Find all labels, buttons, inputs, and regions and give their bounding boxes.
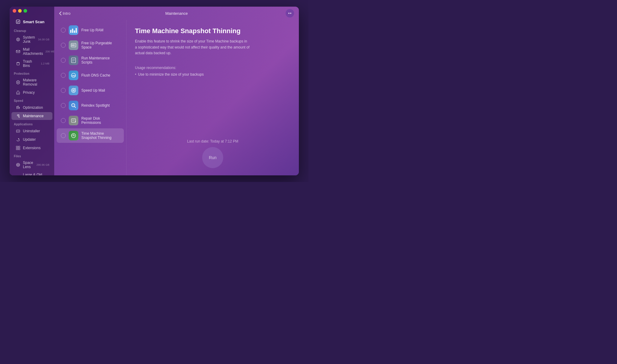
- repair-svg: [70, 118, 77, 124]
- section-label-protection: Protection: [10, 70, 54, 76]
- detail-footer: Last run date: Today at 7:12 PM Run: [135, 139, 290, 168]
- malware-removal-label: Malware Removal: [23, 78, 49, 86]
- header-title: Maintenance: [165, 11, 188, 16]
- sidebar-item-space-lens[interactable]: Space Lens 290.96 GB: [11, 159, 52, 171]
- extensions-label: Extensions: [23, 146, 41, 150]
- task-label-free-up-purgeable: Free Up Purgeable Space: [81, 41, 120, 49]
- ram-bar-1: [70, 30, 71, 33]
- svg-rect-14: [18, 146, 20, 148]
- task-list: Free Up RAM Free Up Purgeable Space: [54, 20, 127, 175]
- section-label-cleanup: Cleanup: [10, 27, 54, 33]
- task-radio-flush-dns-cache[interactable]: [61, 73, 66, 78]
- optimization-icon: [16, 105, 20, 110]
- task-radio-free-up-purgeable[interactable]: [61, 43, 66, 48]
- smart-scan-label: Smart Scan: [23, 20, 45, 24]
- svg-rect-13: [16, 146, 18, 148]
- content-area: Free Up RAM Free Up Purgeable Space: [54, 20, 299, 175]
- task-radio-reindex-spotlight[interactable]: [61, 103, 66, 108]
- large-old-files-icon: [16, 174, 20, 175]
- svg-rect-25: [74, 44, 75, 46]
- detail-description: Enable this feature to shrink the size o…: [135, 39, 249, 56]
- task-label-speed-up-mail: Speed Up Mail: [81, 88, 105, 93]
- svg-line-37: [75, 107, 76, 108]
- sidebar-item-extensions[interactable]: Extensions: [11, 144, 52, 152]
- mail-svg: [70, 87, 77, 93]
- spotlight-svg: [70, 102, 77, 108]
- task-item-repair-disk-permissions[interactable]: Repair Disk Permissions: [57, 113, 124, 128]
- uninstaller-label: Uninstaller: [23, 129, 40, 133]
- main-content: Intro Maintenance: [54, 7, 299, 175]
- sidebar-item-updater[interactable]: Updater: [11, 136, 52, 143]
- section-label-files: Files: [10, 152, 54, 159]
- task-label-flush-dns-cache: Flush DNS Cache: [81, 73, 110, 77]
- task-icon-time-machine: [69, 131, 78, 140]
- sidebar-item-smart-scan[interactable]: Smart Scan: [11, 18, 52, 26]
- sidebar-item-privacy[interactable]: Privacy: [11, 89, 52, 96]
- more-options-button[interactable]: [286, 9, 294, 17]
- svg-rect-2: [16, 50, 20, 53]
- svg-rect-15: [16, 148, 18, 150]
- task-icon-reindex-spotlight: [69, 101, 78, 110]
- svg-rect-16: [18, 148, 20, 150]
- detail-title: Time Machine Snapshot Thinning: [135, 27, 290, 35]
- space-lens-icon: [16, 162, 20, 167]
- sidebar-item-large-old-files[interactable]: Large & Old Files: [11, 171, 52, 175]
- task-label-reindex-spotlight: Reindex Spotlight: [81, 103, 110, 108]
- task-item-time-machine[interactable]: Time Machine Snapshot Thinning: [57, 128, 124, 143]
- task-radio-run-maintenance-scripts[interactable]: [61, 58, 66, 63]
- task-label-run-maintenance-scripts: Run Maintenance Scripts: [81, 56, 120, 64]
- svg-rect-23: [72, 44, 73, 46]
- run-button[interactable]: Run: [202, 147, 223, 168]
- sidebar-item-trash-bins[interactable]: Trash Bins 1.2 MB: [11, 58, 52, 69]
- uninstaller-icon: [16, 129, 20, 133]
- minimize-button[interactable]: [18, 9, 22, 13]
- privacy-icon: [16, 90, 20, 95]
- section-label-speed: Speed: [10, 97, 54, 103]
- back-chevron-icon: [59, 11, 61, 15]
- task-item-run-maintenance-scripts[interactable]: Run Maintenance Scripts: [57, 53, 124, 67]
- space-lens-label: Space Lens: [23, 161, 34, 169]
- task-item-free-up-purgeable[interactable]: Free Up Purgeable Space: [57, 38, 124, 52]
- updater-label: Updater: [23, 137, 36, 142]
- task-radio-speed-up-mail[interactable]: [61, 88, 66, 93]
- updater-icon: [16, 137, 20, 142]
- header: Intro Maintenance: [54, 7, 299, 20]
- svg-rect-24: [73, 44, 74, 46]
- detail-rec-item-1: Use to minimize the size of your backups: [135, 72, 290, 77]
- task-item-free-up-ram[interactable]: Free Up RAM: [57, 23, 124, 37]
- task-item-flush-dns-cache[interactable]: DNS Flush DNS Cache: [57, 68, 124, 83]
- close-button[interactable]: [13, 9, 16, 13]
- sidebar-item-mail-attachments[interactable]: Mail Attachments 206 MB: [11, 46, 52, 57]
- mail-attachments-size: 206 MB: [45, 50, 54, 53]
- system-junk-size: 34.08 GB: [38, 38, 49, 41]
- task-radio-repair-disk-permissions[interactable]: [61, 118, 66, 123]
- maximize-button[interactable]: [23, 9, 27, 13]
- malware-removal-icon: [16, 80, 20, 85]
- privacy-label: Privacy: [23, 90, 35, 95]
- extensions-icon: [16, 146, 20, 150]
- task-icon-free-up-ram: [69, 25, 78, 35]
- system-junk-icon: [16, 37, 20, 42]
- dot2: [290, 13, 291, 14]
- task-item-reindex-spotlight[interactable]: Reindex Spotlight: [57, 98, 124, 113]
- sidebar-item-system-junk[interactable]: System Junk 34.08 GB: [11, 34, 52, 45]
- back-button[interactable]: Intro: [59, 11, 70, 16]
- task-icon-speed-up-mail: [69, 86, 78, 95]
- ram-bar-2: [72, 29, 73, 33]
- sidebar-item-uninstaller[interactable]: Uninstaller: [11, 127, 52, 135]
- trash-bins-size: 1.2 MB: [41, 62, 49, 65]
- task-radio-free-up-ram[interactable]: [61, 28, 66, 33]
- sidebar-item-optimization[interactable]: Optimization: [11, 104, 52, 111]
- task-radio-time-machine[interactable]: [61, 133, 66, 138]
- sidebar-item-malware-removal[interactable]: Malware Removal: [11, 77, 52, 88]
- trash-bins-label: Trash Bins: [23, 59, 38, 68]
- detail-rec-title: Usage recommendations:: [135, 66, 290, 70]
- task-icon-free-up-purgeable: [69, 40, 78, 50]
- detail-recommendations: Usage recommendations: Use to minimize t…: [135, 66, 290, 77]
- large-old-files-label: Large & Old Files: [23, 173, 49, 175]
- sidebar-item-maintenance[interactable]: Maintenance: [11, 112, 52, 120]
- system-junk-label: System Junk: [23, 35, 36, 44]
- section-label-applications: Applications: [10, 120, 54, 127]
- task-item-speed-up-mail[interactable]: Speed Up Mail: [57, 83, 124, 98]
- last-run-value: Today at 7:12 PM: [210, 139, 238, 143]
